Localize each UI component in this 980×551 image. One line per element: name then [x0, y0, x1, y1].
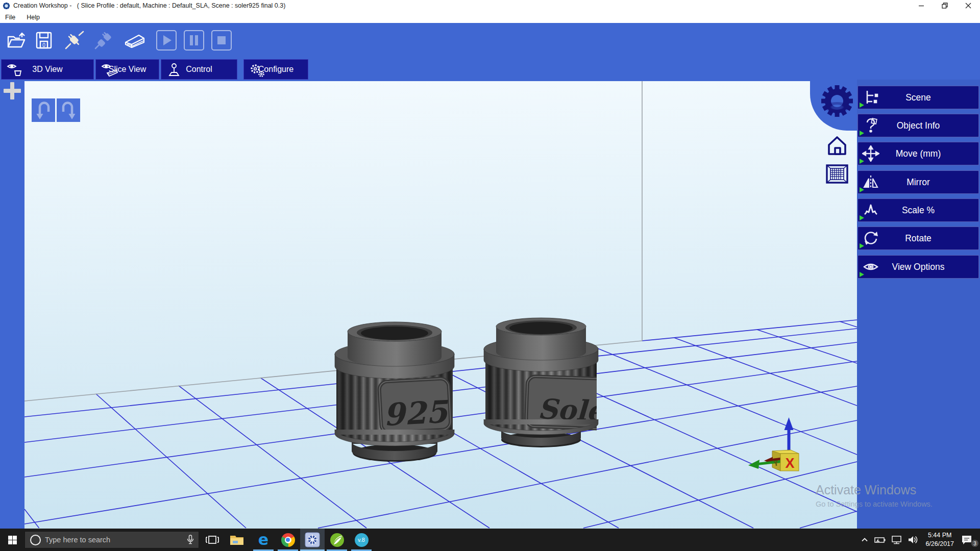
redo-button[interactable] [57, 98, 80, 122]
tabbar: 3D View Slice View Control Configure [0, 58, 980, 81]
grid-view-button[interactable] [826, 164, 848, 184]
expand-triangle [860, 243, 864, 248]
sidebar-button-scale[interactable]: Scale % [857, 198, 979, 222]
sidebar-button-object-info[interactable]: Object Info [857, 114, 979, 137]
play-button[interactable] [154, 29, 179, 52]
toolbar: 0 [0, 23, 980, 58]
notification-badge: 3 [971, 539, 979, 547]
tab-label: Control [186, 65, 212, 74]
connect-button[interactable] [62, 29, 87, 52]
sidebar-label: View Options [892, 262, 945, 272]
sidebar-button-view-options[interactable]: View Options [857, 255, 979, 279]
tab-configure[interactable]: Configure [243, 59, 308, 80]
scene-tree-icon [862, 89, 879, 106]
mirror-icon [862, 174, 879, 190]
titlebar: Creation Workshop - ( Slice Profile : de… [0, 0, 980, 11]
axis-gizmo: X Y [748, 417, 799, 471]
tab-control[interactable]: Control [161, 59, 237, 80]
tray-battery-button[interactable] [871, 529, 889, 551]
expand-triangle [860, 159, 864, 164]
taskbar-search[interactable] [24, 531, 199, 548]
sidebar-button-mirror[interactable]: Mirror [857, 170, 979, 194]
gear-reflection [821, 101, 853, 114]
eye-3d-icon [7, 62, 23, 78]
save-file-button[interactable]: 0 [32, 29, 56, 52]
v8-task-button[interactable]: v.8 [349, 529, 374, 551]
menubar: File Help [0, 11, 980, 23]
menu-help[interactable]: Help [27, 14, 40, 21]
gears-icon [249, 62, 265, 78]
home-view-button[interactable] [826, 135, 848, 156]
minimize-button[interactable] [910, 0, 933, 11]
tray-time: 5:44 PM [925, 531, 954, 540]
notification-center-button[interactable]: 3 [958, 529, 980, 551]
network-icon [891, 535, 902, 544]
sidebar-button-scene[interactable]: Scene [857, 86, 979, 109]
svg-text:0: 0 [42, 42, 45, 48]
redo-icon [60, 101, 77, 120]
sidebar-button-rotate[interactable]: Rotate [857, 227, 979, 250]
menu-file[interactable]: File [5, 14, 15, 21]
vectric-task-button[interactable] [325, 529, 349, 551]
tab-label: 3D View [32, 65, 62, 74]
tray-clock[interactable]: 5:44 PM 6/26/2017 [921, 531, 958, 548]
build-scene: 925 [24, 81, 857, 529]
stop-button[interactable] [209, 29, 234, 52]
sidebar-label: Mirror [906, 177, 930, 188]
windows-logo-icon [8, 536, 17, 544]
v8-app-icon: v.8 [355, 533, 369, 547]
chrome-button[interactable] [276, 529, 300, 551]
chrome-icon [281, 533, 295, 547]
disconnect-button[interactable] [92, 29, 116, 52]
task-view-button[interactable] [200, 529, 225, 551]
rotate-icon [862, 230, 879, 246]
sidebar-label: Move (mm) [896, 148, 941, 159]
undo-button[interactable] [32, 98, 55, 122]
joystick-icon [166, 62, 182, 78]
tray-volume-button[interactable] [905, 529, 921, 551]
eye-slice-icon [101, 62, 118, 78]
pause-button[interactable] [182, 29, 206, 52]
add-model-button[interactable] [4, 82, 21, 99]
3d-viewport[interactable]: 925 [24, 81, 857, 529]
creation-workshop-icon [305, 532, 320, 547]
file-explorer-icon [230, 534, 244, 546]
search-input[interactable] [45, 536, 187, 544]
slice-button[interactable] [122, 29, 147, 52]
sidebar-button-move[interactable]: Move (mm) [857, 142, 979, 165]
start-button[interactable] [0, 529, 24, 551]
restore-button[interactable] [933, 0, 957, 11]
open-file-button[interactable] [4, 29, 29, 52]
tab-slice-view[interactable]: Slice View [95, 59, 159, 80]
expand-triangle [860, 103, 864, 108]
object-info-icon [862, 117, 879, 134]
microphone-icon[interactable] [187, 535, 194, 545]
file-explorer-button[interactable] [225, 529, 249, 551]
left-toolstrip [0, 80, 24, 529]
battery-icon [874, 536, 886, 544]
eye-icon [862, 259, 879, 275]
sidebar-label: Rotate [905, 233, 932, 244]
system-tray: 5:44 PM 6/26/2017 3 [858, 529, 980, 551]
edge-button[interactable]: e [251, 529, 276, 551]
expand-triangle [860, 131, 864, 136]
main-area: 925 [0, 80, 980, 529]
app-logo-icon [3, 2, 10, 10]
task-view-icon [206, 534, 219, 545]
expand-triangle [860, 215, 864, 220]
cortana-icon [30, 535, 41, 545]
close-button[interactable] [957, 0, 980, 11]
right-sidebar: Scene Object Info Move (mm) [857, 80, 980, 529]
creation-workshop-task-button[interactable] [300, 529, 325, 551]
sidebar-label: Object Info [897, 120, 940, 131]
tray-date: 6/26/2017 [925, 540, 954, 548]
vectric-icon [330, 533, 344, 547]
expand-triangle [860, 272, 864, 277]
edge-icon: e [258, 532, 268, 547]
model-925[interactable]: 925 [335, 322, 454, 462]
tab-3d-view[interactable]: 3D View [1, 59, 94, 80]
taskbar: e v.8 [0, 529, 980, 551]
expand-triangle [860, 187, 864, 192]
tray-network-button[interactable] [889, 529, 905, 551]
tray-chevron-button[interactable] [858, 529, 871, 551]
